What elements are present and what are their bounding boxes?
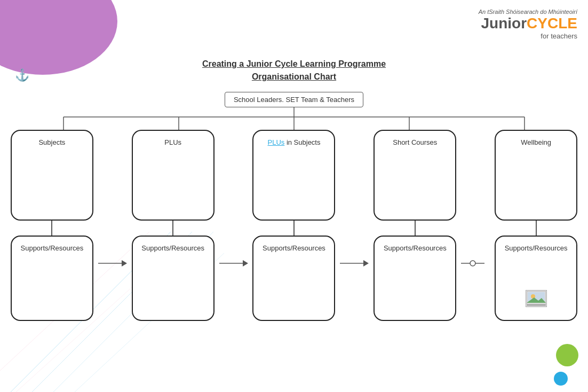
top-node-label: School Leaders. SET Team & Teachers [234,96,354,104]
col-short-courses: Short Courses Supports/Resources [369,130,461,321]
top-row: Subjects Supports/Resources PLUs Support… [6,130,582,321]
node-subjects-label: Subjects [38,138,65,146]
logo-junior: Junior [481,15,527,32]
node-wellbeing: Wellbeing [495,130,577,221]
arrow-svg-3-4 [340,221,369,306]
support-wellbeing-label: Supports/Resources [505,244,568,252]
bg-green-circle [556,344,578,366]
plus-link[interactable]: PLUs [267,138,284,146]
svg-point-20 [470,261,475,266]
node-plus-label: PLUs [164,138,181,146]
arrow-svg-2-3 [219,221,248,306]
node-plus: PLUs [132,130,214,221]
node-plus-subjects-label: PLUs in Subjects [267,138,320,146]
logo-area: An tSraith Shóisearach do Mhúinteoirí Ju… [479,9,577,40]
support-plus-subjects: Supports/Resources [252,236,335,321]
col-wellbeing: Wellbeing Supports/Resources [490,130,582,321]
arrow-svg-1-2 [98,221,127,306]
image-icon-svg [527,291,546,306]
v-connector-plus [172,221,173,236]
svg-marker-18 [363,260,369,266]
top-node-box: School Leaders. SET Team & Teachers [225,92,363,107]
support-subjects-label: Supports/Resources [21,244,84,252]
col-plus: PLUs Supports/Resources [127,130,219,321]
node-short-courses: Short Courses [374,130,456,221]
col-plus-subjects: PLUs in Subjects Supports/Resources [248,130,340,321]
support-short-courses-label: Supports/Resources [384,244,447,252]
logo-tagline: An tSraith Shóisearach do Mhúinteoirí [479,9,577,15]
node-wellbeing-label: Wellbeing [521,138,551,146]
support-plus-label: Supports/Resources [141,244,204,252]
col-subjects: Subjects Supports/Resources [6,130,98,321]
support-plus: Supports/Resources [132,236,214,321]
chart-title: Creating a Junior Cycle Learning Program… [202,58,386,83]
arrow-1-2 [98,221,127,306]
image-icon-container [526,263,547,307]
support-plus-subjects-label: Supports/Resources [263,244,325,252]
arrow-4-5 [461,221,490,306]
chart-container: Creating a Junior Cycle Learning Program… [0,58,588,321]
node-subjects: Subjects [11,130,93,221]
svg-rect-25 [527,304,546,306]
node-plus-subjects: PLUs in Subjects [252,130,335,221]
image-icon [526,290,547,307]
v-connector-subjects [51,221,52,236]
logo-text: JuniorCYCLE [479,16,577,31]
support-short-courses: Supports/Resources [374,236,456,321]
top-connector-svg [6,107,582,130]
chart-title-text: Creating a Junior Cycle Learning Program… [202,58,386,83]
node-short-courses-label: Short Courses [393,138,437,146]
bg-blue-circle [554,372,568,386]
svg-marker-14 [122,260,127,266]
svg-marker-16 [243,260,248,266]
support-wellbeing: Supports/Resources [495,236,577,321]
arrow-svg-4-5 [461,221,490,306]
support-subjects: Supports/Resources [11,236,93,321]
anchor-icon: ⚓ [15,68,29,82]
arrow-3-4 [340,221,369,306]
v-connector-wellbeing [536,221,537,236]
v-connector-short-courses [415,221,416,236]
logo-cycle: CYCLE [527,15,577,32]
arrow-2-3 [219,221,248,306]
logo-for-teachers: for teachers [479,32,577,40]
v-connector-plus-subjects [293,221,295,236]
